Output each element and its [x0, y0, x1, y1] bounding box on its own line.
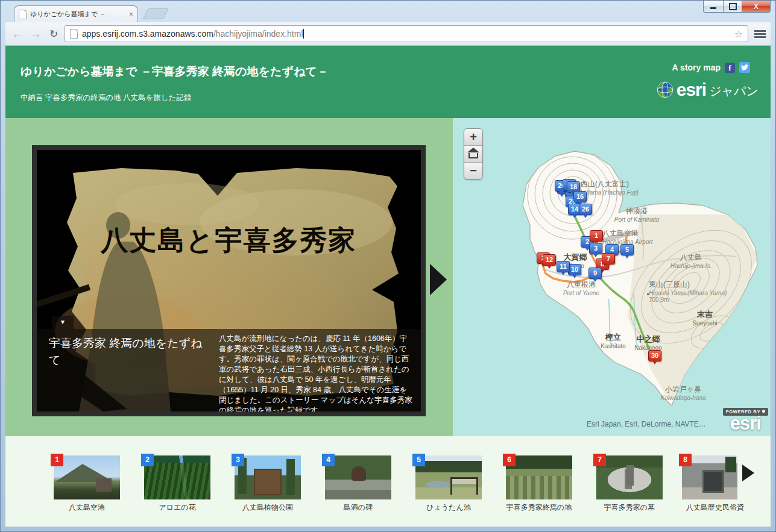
thumbnail-label: 宇喜多秀家の墓 — [604, 502, 655, 513]
thumbnail-number-badge: 2 — [141, 454, 154, 466]
forward-button[interactable]: → — [28, 28, 43, 40]
tab-close-icon[interactable]: × — [129, 11, 133, 18]
browser-tab[interactable]: ゆりかごから墓場まで － × — [14, 5, 138, 22]
story-panel: 八丈島と宇喜多秀家 ▼ 宇喜多秀家 終焉の地をたずねて 八丈島が流刑地になったの… — [5, 118, 453, 436]
thumbnail-photo[interactable] — [235, 455, 301, 499]
map-marker-16[interactable]: 16 — [573, 191, 587, 202]
thumbnail-label: 島酒の碑 — [344, 502, 373, 513]
map-label: 中之郷Nakanogo — [634, 334, 662, 351]
thumbnail-item-4[interactable]: 4島酒の碑 — [325, 455, 391, 499]
thumbnail-number-badge: 8 — [679, 454, 692, 466]
map-label: 神湊港Port of Kaminato — [614, 206, 659, 223]
zoom-out-button[interactable]: − — [464, 163, 482, 179]
back-button[interactable]: ← — [10, 28, 25, 40]
map-marker-3[interactable]: 3 — [589, 243, 602, 254]
address-bar[interactable]: apps.esrij.com.s3.amazonaws.com/hachijyo… — [65, 25, 748, 42]
thumbnail-label: 八丈島空港 — [69, 502, 105, 513]
thumbnail-label: 八丈島植物公園 — [242, 502, 293, 513]
esri-map-wordmark: esri — [723, 416, 768, 431]
page-subtitle: 中納言 宇喜多秀家の終焉の地 八丈島を旅した記録 — [21, 93, 191, 103]
map-zoom-control: + − — [464, 128, 483, 180]
map-label: 樫立Kashitate — [601, 332, 626, 349]
thumbnail-photo[interactable] — [596, 455, 663, 499]
maximize-icon — [729, 3, 737, 10]
map-marker-9[interactable]: 9 — [588, 268, 602, 279]
map-marker-1[interactable]: 1 — [590, 230, 603, 242]
tab-title: ゆりかごから墓場まで － — [30, 10, 125, 19]
thumbnail-item-1[interactable]: 1八丈島空港 — [54, 455, 120, 499]
carousel-next-arrow-icon[interactable] — [742, 465, 754, 481]
zoom-in-button[interactable]: + — [464, 129, 482, 146]
bookmark-star-icon[interactable]: ☆ — [734, 28, 743, 40]
thumbnail-item-3[interactable]: 3八丈島植物公園 — [235, 455, 301, 499]
map-attribution: Esri Japan, Esri, DeLorme, NAVTE… — [587, 420, 706, 428]
maximize-button[interactable] — [723, 1, 742, 13]
tab-favicon-page-icon — [19, 10, 27, 19]
zoom-home-button[interactable] — [464, 146, 482, 163]
island-map-graphic — [453, 118, 771, 436]
title-bar: ゆりかごから墓場まで － × — [1, 1, 775, 22]
page-title: ゆりかごから墓場まで －宇喜多秀家 終焉の地をたずねて－ — [21, 64, 329, 80]
new-tab-button[interactable] — [143, 8, 169, 19]
slide-title: 八丈島と宇喜多秀家 — [37, 222, 421, 258]
thumbnail-label: アロエの花 — [159, 502, 195, 513]
chrome-menu-icon[interactable] — [754, 30, 766, 38]
text-caret — [303, 29, 304, 39]
thumbnail-label: ひょうたん池 — [426, 502, 470, 513]
thumbnail-number-badge: 4 — [322, 454, 335, 466]
thumbnail-photo[interactable] — [506, 455, 572, 499]
thumbnail-item-6[interactable]: 6宇喜多秀家終焉の地 — [506, 455, 572, 499]
home-icon — [468, 153, 478, 158]
url-domain: apps.esrij.com.s3.amazonaws.com — [82, 29, 213, 39]
slide-caption: 宇喜多秀家 終焉の地をたずねて 八丈島が流刑地になったのは、慶応 11 年（16… — [37, 329, 421, 412]
thumbnail-number-badge: 7 — [593, 454, 606, 466]
slide-image: 八丈島と宇喜多秀家 ▼ 宇喜多秀家 終焉の地をたずねて 八丈島が流刑地になったの… — [32, 145, 426, 416]
caption-body: 八丈島が流刑地になったのは、慶応 11 年（1606年）宇喜多秀家父子と従者総勢… — [216, 329, 421, 412]
browser-window: ゆりかごから墓場まで － × X ← → ↻ apps.esrij.com.s3… — [0, 0, 776, 532]
thumbnail-photo[interactable] — [325, 455, 391, 499]
minimize-icon — [710, 7, 716, 9]
story-map-block: A story map f — [672, 62, 750, 73]
thumbnail-number-badge: 5 — [412, 454, 425, 466]
map-marker-10[interactable]: 10 — [568, 264, 581, 275]
thumbnail-photo[interactable] — [415, 455, 482, 499]
next-slide-arrow-icon[interactable] — [430, 264, 447, 295]
map-marker-26[interactable]: 26 — [579, 204, 592, 215]
powered-by-esri-logo: POWERED BY esri — [723, 405, 768, 431]
map-marker-30[interactable]: 30 — [648, 350, 661, 361]
map-marker-12[interactable]: 12 — [543, 254, 556, 266]
map-label: 末吉Sueyoshi — [692, 309, 717, 327]
esri-japan-logo: esri ジャパン — [657, 81, 759, 99]
esri-wordmark: esri — [677, 81, 706, 99]
map-panel[interactable]: 西山(八丈富士)Nishi Yama (Hachijo Fuji)神湊港Port… — [453, 118, 771, 436]
thumbnail-item-8[interactable]: 8八丈島歴史民俗資 — [682, 455, 748, 499]
map-marker-11[interactable]: 11 — [557, 261, 570, 272]
map-label: 小岩戸ヶ鼻Koiwadoga-hana — [660, 384, 705, 401]
thumbnail-photo[interactable] — [54, 455, 120, 499]
thumbnail-photo[interactable] — [144, 455, 210, 499]
browser-toolbar: ← → ↻ apps.esrij.com.s3.amazonaws.com/ha… — [5, 22, 771, 46]
thumbnail-number-badge: 6 — [503, 454, 516, 466]
url-page-icon — [70, 29, 78, 39]
url-path: /hachijyojima/index.html — [213, 29, 303, 39]
url-text: apps.esrij.com.s3.amazonaws.com/hachijyo… — [82, 29, 304, 39]
thumbnail-item-2[interactable]: 2アロエの花 — [144, 455, 210, 499]
facebook-icon[interactable]: f — [725, 63, 735, 73]
twitter-icon[interactable] — [739, 62, 750, 73]
caption-title: 宇喜多秀家 終焉の地をたずねて — [37, 329, 216, 412]
thumbnail-number-badge: 1 — [51, 454, 63, 466]
map-marker-7[interactable]: 7 — [602, 253, 615, 264]
thumbnail-item-7[interactable]: 7宇喜多秀家の墓 — [596, 455, 663, 499]
esri-japan-text: ジャパン — [709, 85, 759, 97]
thumbnail-number-badge: 3 — [232, 454, 244, 466]
thumbnail-item-5[interactable]: 5ひょうたん池 — [415, 455, 482, 499]
caption-collapse-button[interactable]: ▼ — [52, 316, 74, 329]
close-button[interactable]: X — [742, 1, 771, 13]
minimize-button[interactable] — [703, 1, 723, 13]
esri-globe-icon — [657, 81, 673, 98]
story-map-label: A story map — [672, 63, 721, 72]
map-marker-5[interactable]: 5 — [620, 244, 634, 255]
thumbnail-label: 宇喜多秀家終焉の地 — [506, 502, 572, 513]
reload-button[interactable]: ↻ — [46, 29, 61, 39]
page-viewport: ゆりかごから墓場まで －宇喜多秀家 終焉の地をたずねて－ 中納言 宇喜多秀家の終… — [5, 46, 771, 527]
